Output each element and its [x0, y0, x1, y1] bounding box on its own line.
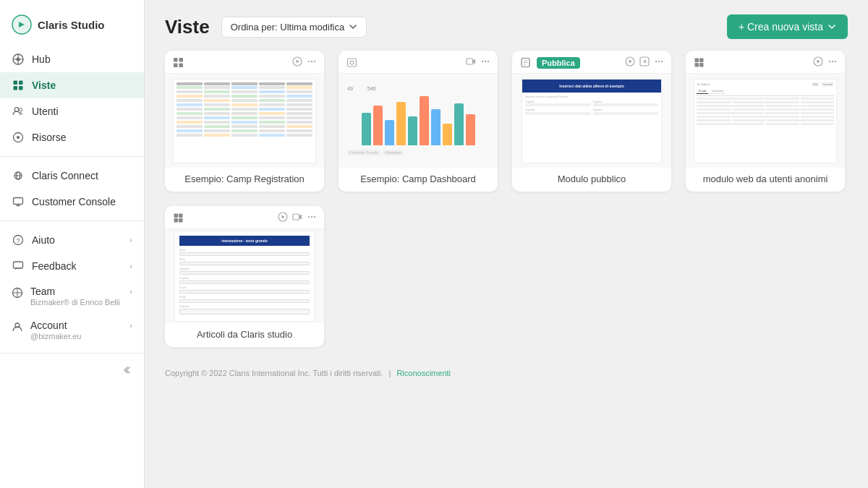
- aiuto-label: Aiuto: [32, 234, 122, 246]
- svg-point-46: [655, 61, 657, 62]
- card-articoli-claris[interactable]: intestazione - testo grande Nome Nome Co…: [165, 206, 324, 347]
- users-icon: [12, 105, 25, 118]
- card-modulo-web-anonimi[interactable]: Tu Ordina Filtri Cambia E-mail Commenti: [686, 51, 845, 192]
- svg-rect-10: [19, 86, 23, 90]
- svg-rect-36: [467, 59, 473, 64]
- svg-point-35: [350, 61, 354, 64]
- svg-point-47: [658, 61, 660, 62]
- account-label: Account: [30, 320, 67, 331]
- connect-icon: [12, 169, 25, 182]
- card-preview-modulo-pubblico: Inserisci dati atleta allievo di esempio…: [512, 74, 671, 168]
- svg-point-37: [482, 61, 483, 62]
- video-articoli-icon[interactable]: [292, 212, 302, 224]
- more-articoli-icon[interactable]: [307, 212, 317, 224]
- card-preview-camp-registration: [165, 74, 324, 168]
- svg-rect-7: [14, 81, 18, 85]
- svg-rect-60: [179, 218, 183, 223]
- footer-riconoscimenti-link[interactable]: Riconoscimenti: [396, 369, 451, 377]
- chevron-down-icon-create: [827, 22, 836, 31]
- sidebar-item-claris-connect[interactable]: Claris Connect: [0, 163, 144, 189]
- sidebar-item-team[interactable]: Team › Bizmaker® di Enrico Belli: [0, 279, 144, 313]
- sort-label: Ordina per: Ultima modifica: [231, 22, 345, 33]
- more-action-icon[interactable]: [307, 56, 317, 69]
- more-dash-icon[interactable]: [480, 56, 490, 69]
- hub-icon: [12, 53, 25, 66]
- claris-connect-label: Claris Connect: [32, 170, 132, 181]
- card-toolbar-right: [292, 56, 317, 69]
- card-camp-registration[interactable]: Esempio: Camp Registration: [165, 51, 324, 192]
- svg-rect-29: [174, 64, 178, 68]
- table-web-icon: [693, 57, 705, 69]
- svg-point-2: [17, 58, 20, 61]
- video-icon[interactable]: [466, 56, 476, 69]
- svg-point-64: [311, 216, 312, 218]
- chevron-down-icon: [349, 22, 357, 31]
- svg-rect-59: [174, 218, 178, 223]
- svg-rect-28: [179, 58, 183, 62]
- app-logo: Claris Studio: [0, 9, 144, 46]
- svg-point-33: [311, 61, 312, 62]
- card-toolbar-modulo-web: [686, 51, 845, 74]
- create-view-button[interactable]: + Crea nuova vista: [727, 14, 848, 39]
- svg-point-65: [314, 216, 315, 218]
- more-modulo-icon[interactable]: [654, 56, 664, 69]
- svg-point-54: [829, 61, 830, 62]
- sidebar-item-viste[interactable]: Viste: [0, 72, 144, 98]
- cards-grid: Esempio: Camp Registration: [145, 51, 868, 361]
- play-action-icon[interactable]: [292, 56, 302, 69]
- svg-point-34: [314, 61, 315, 62]
- table-articoli-icon: [172, 213, 184, 224]
- more-web-icon[interactable]: [827, 56, 838, 69]
- sidebar-item-feedback[interactable]: Feedback ›: [0, 253, 144, 279]
- card-toolbar-left-articoli: [172, 213, 184, 224]
- utenti-label: Utenti: [32, 106, 132, 117]
- card-toolbar-camp-dashboard: [339, 51, 498, 74]
- play-articoli-icon[interactable]: [278, 212, 288, 224]
- sidebar-divider-3: [0, 353, 144, 354]
- card-toolbar-left-web: [693, 57, 705, 69]
- share-modulo-icon[interactable]: [639, 56, 650, 69]
- main-content: Viste Ordina per: Ultima modifica + Crea…: [145, 0, 868, 488]
- svg-point-48: [661, 61, 663, 62]
- team-sub-label: Bizmaker® di Enrico Belli: [30, 298, 132, 307]
- sidebar-divider-2: [0, 221, 144, 221]
- play-modulo-icon[interactable]: [625, 56, 635, 69]
- card-camp-dashboard[interactable]: 49 540: [339, 51, 498, 192]
- card-modulo-pubblico[interactable]: Pubblica Inserisci dat: [512, 51, 671, 192]
- svg-point-32: [308, 61, 310, 62]
- sidebar-item-utenti[interactable]: Utenti: [0, 98, 144, 124]
- sidebar-divider-1: [0, 156, 144, 157]
- video-view-icon: [346, 57, 357, 69]
- sort-button[interactable]: Ordina per: Ultima modifica: [221, 17, 367, 38]
- svg-rect-49: [694, 59, 699, 63]
- svg-rect-52: [699, 63, 704, 67]
- sidebar-item-customer-console[interactable]: Customer Console: [0, 189, 144, 215]
- footer-separator: |: [389, 369, 391, 377]
- team-arrow: ›: [129, 287, 132, 296]
- customer-console-label: Customer Console: [32, 196, 132, 207]
- sidebar-collapse-button[interactable]: [0, 359, 144, 381]
- risorse-icon: [12, 131, 25, 144]
- feedback-arrow: ›: [129, 262, 132, 270]
- page-title: Viste: [165, 16, 210, 38]
- pubblica-badge: Pubblica: [537, 57, 580, 69]
- claris-logo-icon: [12, 14, 32, 35]
- sidebar-item-account[interactable]: Account › @bizmaker.eu: [0, 313, 144, 347]
- hub-label: Hub: [32, 53, 132, 65]
- card-preview-modulo-web: Tu Ordina Filtri Cambia E-mail Commenti: [686, 74, 845, 168]
- card-preview-articoli: intestazione - testo grande Nome Nome Co…: [165, 229, 324, 323]
- sidebar: Claris Studio Hub Viste Utenti Risorse C…: [0, 0, 145, 488]
- card-label-camp-registration: Esempio: Camp Registration: [165, 168, 324, 192]
- card-toolbar-left-dash: [346, 57, 357, 69]
- sidebar-item-risorse[interactable]: Risorse: [0, 124, 144, 150]
- card-toolbar-articoli: [165, 206, 324, 229]
- main-header: Viste Ordina per: Ultima modifica + Crea…: [145, 0, 868, 51]
- account-arrow: ›: [129, 321, 132, 330]
- footer: Copyright © 2022 Claris International In…: [145, 361, 868, 385]
- risorse-label: Risorse: [32, 132, 132, 143]
- play-web-icon[interactable]: [813, 56, 823, 69]
- svg-rect-27: [174, 58, 178, 62]
- sidebar-item-aiuto[interactable]: ? Aiuto ›: [0, 227, 144, 253]
- sidebar-item-hub[interactable]: Hub: [0, 46, 144, 72]
- card-label-articoli: Articoli da Claris studio: [165, 323, 324, 347]
